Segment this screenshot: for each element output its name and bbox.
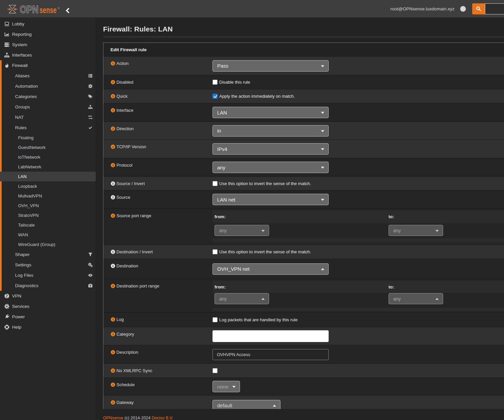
description-input[interactable]: OVHVPN Access xyxy=(213,349,329,360)
info-icon[interactable]: i xyxy=(111,368,115,373)
src-port-to-select[interactable]: any xyxy=(389,225,443,236)
interface-select[interactable]: LAN xyxy=(213,107,329,118)
dst-port-to-select[interactable]: any xyxy=(389,293,443,304)
action-select[interactable]: Pass xyxy=(213,60,329,72)
sidebar-item-rules[interactable]: Rules xyxy=(0,122,96,133)
exchange-icon xyxy=(88,115,93,120)
protocol-select[interactable]: any xyxy=(213,162,329,173)
sidebar-collapse-button[interactable] xyxy=(66,8,69,14)
sidebar-item-interfaces[interactable]: Interfaces xyxy=(0,50,96,60)
row-label: Protocol xyxy=(116,162,133,168)
sidebar-item-automation[interactable]: Automation xyxy=(0,81,96,91)
sidebar-item-stratovpn[interactable]: StratoVPN xyxy=(0,211,96,220)
info-icon[interactable]: i xyxy=(111,264,115,268)
info-icon[interactable]: i xyxy=(111,94,115,98)
sidebar-item-lobby[interactable]: Lobby xyxy=(0,19,96,29)
search-input[interactable] xyxy=(485,3,504,14)
info-icon[interactable]: i xyxy=(111,332,115,336)
sidebar-item-lan[interactable]: LAN xyxy=(0,172,96,181)
info-icon[interactable]: i xyxy=(111,163,115,167)
category-input[interactable] xyxy=(213,330,329,342)
sidebar-item-settings[interactable]: Settings xyxy=(0,260,96,270)
sidebar-item-ovh-vpn[interactable]: OVH_VPN xyxy=(0,201,96,211)
sidebar-item-label: StratoVPN xyxy=(18,213,38,218)
sidebar-item-label: Help xyxy=(12,325,21,330)
sidebar-item-firewall[interactable]: Firewall xyxy=(0,60,96,71)
caret-up-icon xyxy=(261,298,265,300)
sidebar-item-power[interactable]: Power xyxy=(0,312,96,322)
row-value-cell: Log packets that are handled by this rul… xyxy=(210,313,504,327)
sidebar-item-groups[interactable]: Groups xyxy=(0,102,96,112)
sidebar-item-guestnetwork[interactable]: GuestNetwork xyxy=(0,143,96,152)
src-invert-checkbox[interactable] xyxy=(213,181,218,186)
sidebar-item-iotnetwork[interactable]: IoTNetwork xyxy=(0,152,96,162)
info-icon[interactable]: i xyxy=(111,214,115,218)
info-icon[interactable]: i xyxy=(111,284,115,288)
info-icon[interactable]: i xyxy=(111,195,115,199)
info-icon[interactable]: i xyxy=(111,181,115,186)
sidebar-item-diagnostics[interactable]: Diagnostics xyxy=(0,280,96,291)
sidebar-item-system[interactable]: System xyxy=(0,39,96,50)
footer-deciso-link[interactable]: Deciso B.V. xyxy=(152,416,173,420)
sidebar-item-categories[interactable]: Categories xyxy=(0,91,96,102)
sidebar-item-labnetwork[interactable]: LabNetwork xyxy=(0,162,96,172)
sidebar-item-reporting[interactable]: Reporting xyxy=(0,29,96,39)
info-icon[interactable]: i xyxy=(111,250,115,254)
schedule-select[interactable]: none xyxy=(213,381,240,392)
destination-select[interactable]: OVH_VPN net xyxy=(213,263,329,275)
opnsense-logo[interactable]: OPN sense ® xyxy=(7,4,62,14)
direction-select[interactable]: in xyxy=(213,125,329,137)
sidebar-item-wan[interactable]: WAN xyxy=(0,230,96,240)
sidebar-item-tailscale[interactable]: Tailscale xyxy=(0,220,96,230)
sidebar-item-label: Firewall xyxy=(12,63,28,68)
sidebar-item-nat[interactable]: NAT xyxy=(0,112,96,122)
row-value-cell: LAN xyxy=(210,103,504,121)
source-select[interactable]: LAN net xyxy=(213,194,329,205)
server-icon xyxy=(4,42,10,48)
sidebar-item-help[interactable]: Help xyxy=(0,322,96,332)
tcpip-select[interactable]: IPv4 xyxy=(213,143,329,155)
src-port-from-select[interactable]: any xyxy=(215,225,269,236)
disabled-checkbox[interactable] xyxy=(213,80,218,85)
row-label-cell: iQuick xyxy=(103,89,210,103)
sidebar-item-logfiles[interactable]: Log Files xyxy=(0,270,96,280)
sidebar-item-shaper[interactable]: Shaper xyxy=(0,249,96,260)
quick-checkbox[interactable] xyxy=(213,94,218,99)
row-value-cell xyxy=(210,364,504,377)
status-indicator-icon[interactable] xyxy=(460,6,466,12)
sidebar-item-label: Rules xyxy=(15,125,27,130)
search-button[interactable] xyxy=(472,3,485,14)
sidebar-item-label: GuestNetwork xyxy=(18,145,46,150)
dst-port-from-select[interactable]: any xyxy=(215,293,269,304)
row-label: Source / Invert xyxy=(116,181,145,186)
info-icon[interactable]: i xyxy=(111,145,115,149)
log-checkbox[interactable] xyxy=(213,317,218,322)
opnsense-logo-icon xyxy=(7,4,18,14)
sidebar-item-loopback[interactable]: Loopback xyxy=(0,181,96,191)
sidebar-item-floating[interactable]: Floating xyxy=(0,133,96,143)
info-icon[interactable]: i xyxy=(111,127,115,131)
form-row-src-port: iSource port rangefrom:to:anyany xyxy=(103,208,504,245)
info-icon[interactable]: i xyxy=(111,383,115,387)
sidebar-item-mullvadvpn[interactable]: MullvadVPN xyxy=(0,191,96,201)
footer-opnsense-link[interactable]: OPNsense xyxy=(103,416,123,420)
info-icon[interactable]: i xyxy=(111,80,115,84)
info-icon[interactable]: i xyxy=(111,61,115,66)
sidebar-item-services[interactable]: Services xyxy=(0,301,96,312)
dst-invert-checkbox[interactable] xyxy=(213,249,218,254)
sidebar-item-vpn[interactable]: VPN xyxy=(0,291,96,301)
row-label: Disabled xyxy=(116,79,134,85)
search-icon xyxy=(476,6,481,11)
sidebar-item-label: Lobby xyxy=(12,21,24,26)
info-icon[interactable]: i xyxy=(111,400,115,405)
info-icon[interactable]: i xyxy=(111,317,115,322)
sidebar-item-aliases[interactable]: Aliases xyxy=(0,71,96,81)
logged-in-user[interactable]: root@OPNsense.luxdomain.xyz xyxy=(390,6,454,11)
info-icon[interactable]: i xyxy=(111,108,115,112)
info-icon[interactable]: i xyxy=(111,350,115,354)
noxmlrpc-checkbox[interactable] xyxy=(213,368,218,373)
sidebar-item-wireguard-group[interactable]: WireGuard (Group) xyxy=(0,240,96,249)
form-row-tcpip: iTCP/IP VersionIPv4 xyxy=(103,140,504,158)
row-label: Gateway xyxy=(116,400,134,405)
row-label: Action xyxy=(116,61,129,66)
